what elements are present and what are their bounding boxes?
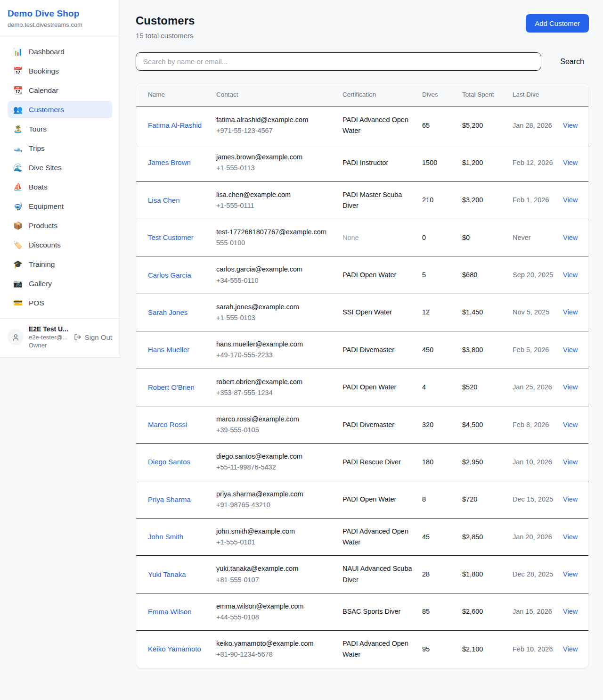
customer-last-dive: Feb 1, 2026 bbox=[513, 181, 563, 219]
sidebar-item-trips[interactable]: 🛥️ Trips bbox=[8, 140, 112, 157]
customer-name-link[interactable]: Sarah Jones bbox=[148, 308, 187, 316]
sidebar-item-label: Boats bbox=[29, 183, 48, 191]
customer-total-spent: $2,850 bbox=[462, 519, 513, 556]
view-customer-link[interactable]: View bbox=[563, 421, 578, 428]
customer-total-spent: $2,600 bbox=[462, 593, 513, 630]
customer-count: 15 total customers bbox=[136, 32, 195, 40]
table-header-row: NameContactCertificationDivesTotal Spent… bbox=[136, 83, 589, 107]
customer-total-spent: $5,200 bbox=[462, 107, 513, 144]
customer-name-link[interactable]: James Brown bbox=[148, 158, 191, 166]
add-customer-button[interactable]: Add Customer bbox=[526, 14, 589, 33]
sidebar-item-calendar[interactable]: 📆 Calendar bbox=[8, 82, 112, 99]
customer-name-link[interactable]: Emma Wilson bbox=[148, 608, 192, 616]
table-row: Diego Santos diego.santos@example.com +5… bbox=[136, 444, 589, 481]
view-customer-link[interactable]: View bbox=[563, 308, 578, 316]
customer-email: robert.obrien@example.com bbox=[216, 377, 335, 387]
customer-certification: PADI Instructor bbox=[342, 144, 422, 181]
customer-certification: PADI Divemaster bbox=[342, 406, 422, 443]
search-input[interactable] bbox=[136, 52, 541, 71]
table-row: Emma Wilson emma.wilson@example.com +44-… bbox=[136, 593, 589, 630]
customer-phone: +39-555-0105 bbox=[216, 425, 335, 436]
view-customer-link[interactable]: View bbox=[563, 533, 578, 541]
customer-phone: +55-11-99876-5432 bbox=[216, 462, 335, 473]
table-row: Yuki Tanaka yuki.tanaka@example.com +81-… bbox=[136, 556, 589, 593]
view-customer-link[interactable]: View bbox=[563, 234, 578, 241]
customer-certification: None bbox=[342, 219, 422, 256]
sidebar-item-dive-sites[interactable]: 🌊 Dive Sites bbox=[8, 159, 112, 176]
sidebar-item-discounts[interactable]: 🏷️ Discounts bbox=[8, 236, 112, 254]
customer-email: john.smith@example.com bbox=[216, 526, 335, 537]
sidebar-item-tours[interactable]: 🏝️ Tours bbox=[8, 120, 112, 138]
customer-name-link[interactable]: Carlos Garcia bbox=[148, 271, 191, 279]
sidebar-item-pos[interactable]: 💳 POS bbox=[8, 294, 112, 312]
view-customer-link[interactable]: View bbox=[563, 346, 578, 354]
column-header-contact: Contact bbox=[216, 83, 342, 107]
view-customer-link[interactable]: View bbox=[563, 570, 578, 578]
customer-name-link[interactable]: Test Customer bbox=[148, 233, 194, 241]
customer-email: emma.wilson@example.com bbox=[216, 601, 335, 612]
customer-phone: +81-90-1234-5678 bbox=[216, 649, 335, 660]
customer-email: sarah.jones@example.com bbox=[216, 302, 335, 313]
sidebar-item-bookings[interactable]: 📅 Bookings bbox=[8, 62, 112, 80]
view-customer-link[interactable]: View bbox=[563, 383, 578, 391]
table-row: Robert O'Brien robert.obrien@example.com… bbox=[136, 369, 589, 406]
table-row: Priya Sharma priya.sharma@example.com +9… bbox=[136, 481, 589, 518]
sidebar-item-equipment[interactable]: 🤿 Equipment bbox=[8, 198, 112, 215]
view-customer-link[interactable]: View bbox=[563, 196, 578, 204]
customer-dives: 5 bbox=[422, 256, 462, 294]
customer-email: test-1772681807767@example.com bbox=[216, 227, 335, 238]
customer-phone: +1-555-0111 bbox=[216, 200, 335, 211]
sidebar-item-label: Dashboard bbox=[29, 48, 65, 56]
customer-name-link[interactable]: Robert O'Brien bbox=[148, 383, 195, 391]
sidebar-item-gallery[interactable]: 📷 Gallery bbox=[8, 275, 112, 292]
customer-name-link[interactable]: Keiko Yamamoto bbox=[148, 645, 201, 653]
customer-certification: PADI Divemaster bbox=[342, 331, 422, 369]
customer-total-spent: $720 bbox=[462, 481, 513, 518]
view-customer-link[interactable]: View bbox=[563, 159, 578, 166]
customer-certification: SSI Open Water bbox=[342, 294, 422, 331]
sidebar-item-dashboard[interactable]: 📊 Dashboard bbox=[8, 43, 112, 60]
customer-last-dive: Jan 10, 2026 bbox=[513, 444, 563, 481]
customer-name-link[interactable]: Lisa Chen bbox=[148, 196, 180, 204]
view-customer-link[interactable]: View bbox=[563, 122, 578, 129]
customer-dives: 210 bbox=[422, 181, 462, 219]
customer-dives: 450 bbox=[422, 331, 462, 369]
customer-last-dive: Sep 20, 2025 bbox=[513, 256, 563, 294]
sign-out-button[interactable]: Sign Out bbox=[74, 333, 112, 341]
customer-email: james.brown@example.com bbox=[216, 152, 335, 163]
view-customer-link[interactable]: View bbox=[563, 645, 578, 653]
search-button[interactable]: Search bbox=[555, 58, 589, 66]
customer-total-spent: $2,950 bbox=[462, 444, 513, 481]
table-row: Lisa Chen lisa.chen@example.com +1-555-0… bbox=[136, 181, 589, 219]
customer-name-link[interactable]: Hans Mueller bbox=[148, 346, 189, 354]
view-customer-link[interactable]: View bbox=[563, 271, 578, 279]
sidebar-item-training[interactable]: 🎓 Training bbox=[8, 255, 112, 273]
sidebar-item-products[interactable]: 📦 Products bbox=[8, 217, 112, 234]
customer-phone: +1-555-0113 bbox=[216, 163, 335, 173]
view-customer-link[interactable]: View bbox=[563, 458, 578, 466]
island-icon: 🏝️ bbox=[13, 124, 23, 133]
customer-dives: 4 bbox=[422, 369, 462, 406]
table-row: Sarah Jones sarah.jones@example.com +1-5… bbox=[136, 294, 589, 331]
table-row: James Brown james.brown@example.com +1-5… bbox=[136, 144, 589, 181]
customer-name-link[interactable]: Diego Santos bbox=[148, 458, 190, 466]
customer-phone: +91-98765-43210 bbox=[216, 500, 335, 511]
customer-certification: PADI Open Water bbox=[342, 256, 422, 294]
table-row: Carlos Garcia carlos.garcia@example.com … bbox=[136, 256, 589, 294]
customer-name-link[interactable]: Marco Rossi bbox=[148, 420, 187, 428]
customer-phone: +971-55-123-4567 bbox=[216, 125, 335, 136]
customer-last-dive: Nov 5, 2025 bbox=[513, 294, 563, 331]
view-customer-link[interactable]: View bbox=[563, 608, 578, 615]
customer-name-link[interactable]: Priya Sharma bbox=[148, 495, 191, 503]
sidebar-item-label: Calendar bbox=[29, 86, 58, 95]
customer-dives: 8 bbox=[422, 481, 462, 518]
main-content: Customers 15 total customers Add Custome… bbox=[120, 0, 603, 684]
customer-dives: 95 bbox=[422, 631, 462, 668]
customer-name-link[interactable]: John Smith bbox=[148, 533, 183, 541]
calendar-date-icon: 📅 bbox=[13, 66, 23, 75]
view-customer-link[interactable]: View bbox=[563, 495, 578, 503]
sidebar-item-boats[interactable]: ⛵ Boats bbox=[8, 178, 112, 196]
customer-name-link[interactable]: Fatima Al-Rashid bbox=[148, 121, 202, 129]
sidebar-item-customers[interactable]: 👥 Customers bbox=[8, 101, 112, 118]
customer-name-link[interactable]: Yuki Tanaka bbox=[148, 570, 186, 578]
